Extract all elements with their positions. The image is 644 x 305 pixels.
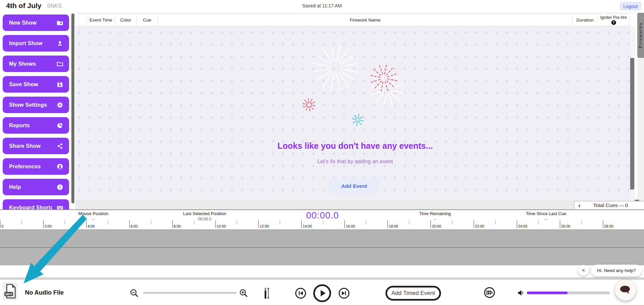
upload-icon — [56, 40, 64, 47]
column-header-duration: Duration — [572, 13, 598, 26]
sidebar-item-import-show[interactable]: Import Show — [3, 35, 69, 52]
fireworks-drawer-tab[interactable]: Fireworks — [637, 13, 644, 58]
zoom-in-icon[interactable] — [239, 289, 248, 297]
saved-status: Saved at 11:17 AM — [0, 3, 644, 8]
empty-state-subtitle: Let's fix that by adding an event — [75, 159, 635, 165]
add-timed-event-button[interactable]: Add Timed Event — [385, 286, 441, 301]
volume-icon[interactable] — [517, 289, 525, 297]
column-header-igniter-prefire: Igniter Pre-fire ? — [597, 13, 630, 26]
skip-next-button[interactable] — [338, 287, 350, 299]
column-header-select — [78, 13, 87, 26]
audio-control-bar: MP3 No Audio File — [0, 280, 644, 305]
pie-chart-icon — [56, 122, 64, 129]
audio-bar-divider — [0, 277, 644, 280]
ruler-tick-label: 18:00 — [389, 224, 398, 228]
ruler-minor-tick — [581, 221, 582, 224]
event-scrollbar-thumb[interactable] — [630, 58, 634, 190]
total-cues-text: Total Cues — 0 — [580, 202, 641, 208]
firework-burst-graphics — [75, 26, 635, 201]
sidebar-item-show-settings[interactable]: Show Settings — [3, 97, 69, 113]
ruler-major-tick — [0, 221, 0, 228]
total-cues-value: 0 — [625, 202, 628, 208]
zoom-out-icon[interactable] — [130, 289, 138, 297]
logout-button[interactable]: Logout — [620, 2, 641, 10]
ruler-major-tick — [258, 221, 259, 228]
timeline-ruler[interactable]: 02:004:006:008:0010:0012:0014:0016:0018:… — [0, 221, 644, 229]
save-icon — [56, 81, 64, 88]
fast-forward-icon[interactable] — [484, 287, 495, 298]
status-bar: Mouse Position -- Last Selected Position… — [0, 210, 644, 221]
mouse-position-field: Mouse Position -- — [66, 211, 120, 222]
column-header-cue: Cue — [136, 13, 158, 26]
ruler-major-tick — [387, 221, 388, 228]
ruler-minor-tick — [409, 221, 409, 224]
sidebar-item-share-show[interactable]: Share Show — [3, 138, 69, 154]
sidebar: New ShowImport ShowMy ShowsSave ShowShow… — [0, 13, 75, 209]
ruler-minor-tick — [151, 221, 151, 224]
ruler-minor-tick — [323, 221, 323, 224]
ruler-tick-label: 4:00 — [88, 224, 95, 228]
ruler-major-tick — [344, 221, 345, 228]
sidebar-item-help[interactable]: Help — [3, 179, 69, 195]
mp3-file-icon: MP3 — [4, 284, 16, 299]
total-cues-panel: ‹ Total Cues — 0 — [574, 201, 644, 209]
ruler-major-tick — [474, 221, 474, 228]
igniter-help-icon[interactable]: ? — [611, 20, 616, 25]
sidebar-item-my-shows[interactable]: My Shows — [3, 56, 69, 72]
chat-launcher-button[interactable] — [615, 280, 636, 301]
sidebar-item-save-show[interactable]: Save Show — [3, 76, 69, 93]
horizontal-scrollbar-area[interactable] — [75, 201, 574, 209]
ruler-major-tick — [301, 221, 302, 228]
column-header-firework-name: Firework Name — [158, 13, 573, 26]
person-icon — [56, 163, 64, 170]
ruler-major-tick — [603, 221, 603, 228]
keyboard-icon — [56, 204, 64, 210]
sidebar-item-new-show[interactable]: New Show — [3, 14, 69, 31]
sidebar-scrollbar-thumb[interactable] — [71, 13, 74, 203]
ruler-major-tick — [86, 221, 87, 228]
ruler-major-tick — [129, 221, 130, 228]
timeline-track-2[interactable] — [0, 248, 644, 265]
gear-icon — [56, 101, 64, 109]
event-table-header: Event Time Color Cue Firework Name Durat… — [78, 13, 630, 26]
last-selected-position-field: Last Selected Position 00:00.0 — [168, 211, 242, 222]
help-message-pill[interactable]: Hi. Need any help? — [591, 265, 642, 276]
ruler-minor-tick — [108, 221, 108, 224]
event-list-area[interactable]: ++++++++++++++++++++++++++++++++++++++++… — [75, 26, 635, 201]
ruler-minor-tick — [366, 221, 366, 224]
no-audio-file-label: No Audio File — [25, 289, 64, 296]
skip-previous-button[interactable] — [295, 287, 306, 299]
ruler-tick-label: 6:00 — [131, 224, 138, 228]
time-since-last-cue-field: Time Since Last Cue -- — [509, 211, 583, 222]
info-icon — [56, 183, 64, 191]
ruler-major-tick — [215, 221, 216, 228]
ruler-tick-label: 20:00 — [432, 224, 441, 228]
timeline-track-1[interactable] — [0, 229, 644, 247]
ruler-tick-label: 12:00 — [260, 224, 269, 228]
mp3-file-button[interactable]: MP3 — [3, 282, 18, 300]
app-root: 4th of July 5NKS Saved at 11:17 AM Logou… — [0, 0, 644, 305]
sidebar-item-preferences[interactable]: Preferences — [3, 158, 69, 175]
current-time-display: 00:00.0 — [289, 210, 356, 221]
ruler-major-tick — [560, 221, 560, 228]
time-remaining-field: Time Remaining -- — [405, 211, 465, 222]
top-bar: 4th of July 5NKS Saved at 11:17 AM Logou… — [0, 0, 644, 13]
timeline-zoom-slider[interactable] — [143, 292, 237, 294]
volume-slider-fill — [527, 292, 568, 294]
ruler-tick-label: 28:00 — [604, 224, 614, 228]
ruler-minor-tick — [22, 221, 22, 224]
ruler-major-tick — [517, 221, 517, 228]
add-event-button[interactable]: Add Event — [329, 179, 379, 194]
track-height-adjust-icon[interactable] — [264, 287, 270, 299]
empty-state-title: Looks like you don't have any events... — [75, 141, 635, 151]
help-close-button[interactable]: × — [578, 265, 589, 276]
ruler-tick-label: 14:00 — [303, 224, 312, 228]
sidebar-item-reports[interactable]: Reports — [3, 117, 69, 134]
ruler-minor-tick — [65, 221, 65, 224]
ruler-major-tick — [43, 221, 43, 228]
fireworks-drawer-label: Fireworks — [638, 22, 643, 48]
ruler-tick-label: 8:00 — [174, 224, 181, 228]
volume-slider[interactable] — [527, 292, 610, 294]
sidebar-item-keyboard-shortcuts[interactable]: Keyboard Shortcuts — [3, 199, 69, 209]
play-button[interactable] — [313, 284, 332, 303]
